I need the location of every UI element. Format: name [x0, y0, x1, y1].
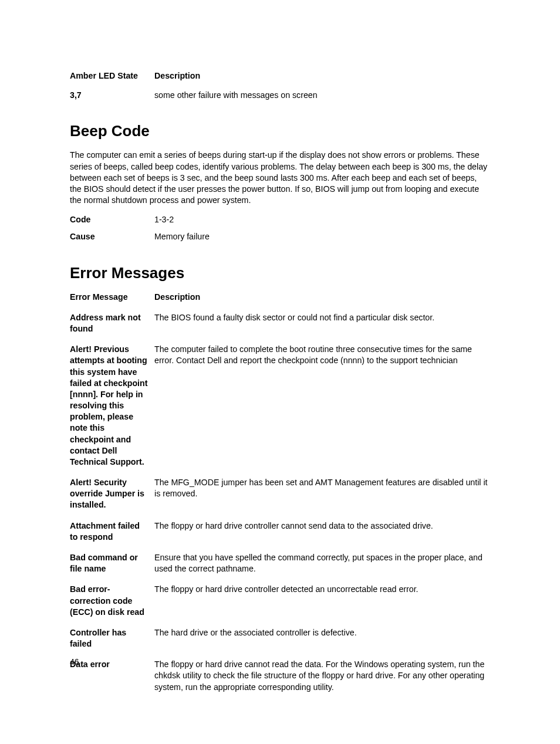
error-msg: Alert! Previous attempts at booting this…	[70, 344, 154, 477]
error-table: Error Message Description Address mark n…	[70, 292, 490, 702]
error-msg: Data error	[70, 659, 154, 702]
table-row: Alert! Previous attempts at booting this…	[70, 344, 490, 477]
table-header-row: Amber LED State Description	[70, 70, 490, 90]
error-msg: Bad error-correction code (ECC) on disk …	[70, 584, 154, 627]
led-state: 3,7	[70, 90, 154, 107]
beep-value: 1-3-2	[154, 214, 490, 231]
heading-beep-code: Beep Code	[70, 121, 490, 141]
error-msg: Attachment failed to respond	[70, 520, 154, 552]
led-table: Amber LED State Description 3,7 some oth…	[70, 70, 490, 107]
beep-paragraph: The computer can emit a series of beeps …	[70, 150, 490, 206]
table-row: Attachment failed to respond The floppy …	[70, 520, 490, 552]
col-header-desc: Description	[154, 70, 490, 90]
beep-value: Memory failure	[154, 231, 490, 248]
error-desc: The MFG_MODE jumper has been set and AMT…	[154, 477, 490, 520]
table-row: Bad command or file name Ensure that you…	[70, 552, 490, 584]
error-desc: The BIOS found a faulty disk sector or c…	[154, 312, 490, 344]
table-row: Alert! Security override Jumper is insta…	[70, 477, 490, 520]
table-row: Data error The floppy or hard drive cann…	[70, 659, 490, 702]
error-desc: The floppy or hard drive controller dete…	[154, 584, 490, 627]
col-header-desc: Description	[154, 292, 490, 312]
table-row: Cause Memory failure	[70, 231, 490, 248]
table-row: Address mark not found The BIOS found a …	[70, 312, 490, 344]
led-desc: some other failure with messages on scre…	[154, 90, 490, 107]
error-desc: The floppy or hard drive controller cann…	[154, 520, 490, 552]
error-desc: The floppy or hard drive cannot read the…	[154, 659, 490, 702]
page: Amber LED State Description 3,7 some oth…	[0, 0, 560, 744]
col-header-state: Amber LED State	[70, 70, 154, 90]
table-row: Code 1-3-2	[70, 214, 490, 231]
error-desc: Ensure that you have spelled the command…	[154, 552, 490, 584]
error-msg: Controller has failed	[70, 627, 154, 659]
beep-term: Cause	[70, 231, 154, 248]
table-row: Controller has failed The hard drive or …	[70, 627, 490, 659]
beep-term: Code	[70, 214, 154, 231]
col-header-msg: Error Message	[70, 292, 154, 312]
table-header-row: Error Message Description	[70, 292, 490, 312]
error-msg: Address mark not found	[70, 312, 154, 344]
beep-table: Code 1-3-2 Cause Memory failure	[70, 214, 490, 248]
error-msg: Bad command or file name	[70, 552, 154, 584]
error-desc: The hard drive or the associated control…	[154, 627, 490, 659]
table-row: 3,7 some other failure with messages on …	[70, 90, 490, 107]
table-row: Bad error-correction code (ECC) on disk …	[70, 584, 490, 627]
page-number: 46	[70, 657, 79, 668]
error-msg: Alert! Security override Jumper is insta…	[70, 477, 154, 520]
heading-error-messages: Error Messages	[70, 263, 490, 283]
error-desc: The computer failed to complete the boot…	[154, 344, 490, 477]
